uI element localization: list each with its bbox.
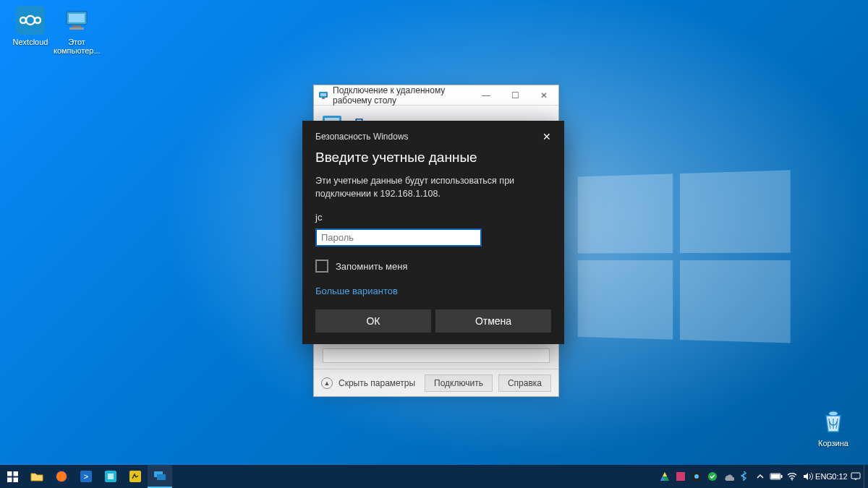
rdp-window-title: Подключение к удаленному рабочему столу (333, 85, 472, 106)
svg-rect-15 (13, 471, 18, 476)
windows-security-dialog: Безопасность Windows ✕ Введите учетные д… (302, 121, 564, 344)
desktop-icon-recycle-bin[interactable]: Корзина (810, 407, 856, 448)
help-button[interactable]: Справка (498, 374, 551, 392)
remember-me-checkbox[interactable] (315, 260, 328, 273)
desktop-icon-nextcloud[interactable]: Nextcloud (7, 6, 54, 46)
cancel-button[interactable]: Отмена (435, 309, 551, 333)
svg-rect-22 (108, 474, 114, 479)
svg-point-36 (791, 479, 793, 481)
tray-notifications-icon[interactable] (848, 465, 864, 488)
dialog-description: Эти учетные данные будут использоваться … (315, 174, 551, 200)
tray-onedrive-icon[interactable] (720, 465, 736, 488)
start-button[interactable] (0, 465, 25, 488)
rdp-icon (318, 90, 328, 100)
svg-rect-25 (157, 474, 166, 480)
svg-rect-6 (69, 27, 84, 30)
svg-rect-16 (7, 477, 12, 482)
maximize-button[interactable]: ☐ (501, 85, 529, 106)
svg-rect-9 (322, 98, 325, 99)
close-button[interactable]: ✕ (529, 85, 558, 106)
rdp-body-field[interactable] (323, 348, 550, 363)
taskbar-app-cyan[interactable] (98, 465, 123, 488)
tray-language[interactable]: ENG (816, 465, 832, 488)
recycle-bin-icon (819, 407, 848, 436)
svg-marker-27 (663, 472, 667, 476)
svg-rect-5 (72, 25, 81, 27)
taskbar-rdp[interactable] (148, 465, 172, 488)
tray-bluetooth-icon[interactable] (736, 465, 752, 488)
svg-rect-17 (13, 477, 18, 482)
rdp-footer: ▲ Скрыть параметры Подключить Справка (314, 369, 558, 396)
remember-me-row[interactable]: Запомнить меня (315, 260, 551, 273)
hide-params-link[interactable]: Скрыть параметры (339, 378, 419, 388)
more-options-link[interactable]: Больше вариантов (315, 286, 551, 296)
svg-rect-29 (676, 472, 685, 481)
tray-app-icon[interactable] (673, 465, 689, 488)
password-input[interactable] (315, 228, 482, 247)
desktop-icon-this-pc[interactable]: Этот компьютер... (54, 6, 100, 55)
dialog-header: Безопасность Windows (315, 132, 409, 142)
desktop: Nextcloud Этот компьютер... Корзина Подк… (0, 0, 868, 488)
taskbar-app-yellow[interactable] (123, 465, 148, 488)
desktop-icon-label: Этот компьютер... (54, 38, 100, 55)
remember-me-label: Запомнить меня (336, 261, 407, 272)
nextcloud-icon (16, 6, 45, 35)
svg-rect-4 (69, 14, 85, 22)
tray-volume-icon[interactable] (800, 465, 816, 488)
rdp-titlebar[interactable]: Подключение к удаленному рабочему столу … (314, 85, 558, 106)
tray-drive-icon[interactable] (657, 465, 673, 488)
taskbar-file-explorer[interactable] (25, 465, 49, 488)
svg-point-2 (35, 17, 41, 23)
svg-point-0 (20, 17, 26, 23)
tray-chevron-up-icon[interactable] (752, 465, 768, 488)
tray-app2-icon[interactable] (689, 465, 705, 488)
tray-clock[interactable]: 0:12 (832, 465, 848, 488)
svg-point-1 (26, 16, 35, 25)
username-label: jc (315, 212, 551, 223)
wallpaper-windows-logo (578, 170, 791, 351)
desktop-icon-label: Nextcloud (7, 38, 54, 46)
svg-rect-35 (781, 475, 783, 478)
svg-rect-34 (771, 474, 780, 479)
tray-security-icon[interactable] (705, 465, 720, 488)
svg-rect-37 (851, 473, 860, 479)
svg-rect-8 (320, 93, 326, 96)
ok-button[interactable]: ОК (315, 309, 431, 333)
taskbar: > ENG 0:12 (0, 465, 868, 488)
tray-battery-icon[interactable] (768, 465, 784, 488)
svg-point-31 (694, 474, 699, 479)
computer-icon (62, 6, 91, 35)
svg-rect-14 (7, 471, 12, 476)
taskbar-firefox[interactable] (49, 465, 74, 488)
dialog-title: Введите учетные данные (315, 150, 551, 166)
connect-button[interactable]: Подключить (425, 374, 493, 392)
desktop-icon-label: Корзина (810, 439, 856, 448)
tray-wifi-icon[interactable] (784, 465, 800, 488)
show-desktop-button[interactable] (864, 465, 868, 488)
collapse-icon[interactable]: ▲ (321, 377, 333, 389)
taskbar-app-blue[interactable]: > (74, 465, 98, 488)
svg-text:>: > (84, 472, 88, 481)
system-tray: ENG 0:12 (657, 465, 868, 488)
dialog-close-button[interactable]: ✕ (537, 131, 551, 142)
minimize-button[interactable]: — (472, 85, 501, 106)
